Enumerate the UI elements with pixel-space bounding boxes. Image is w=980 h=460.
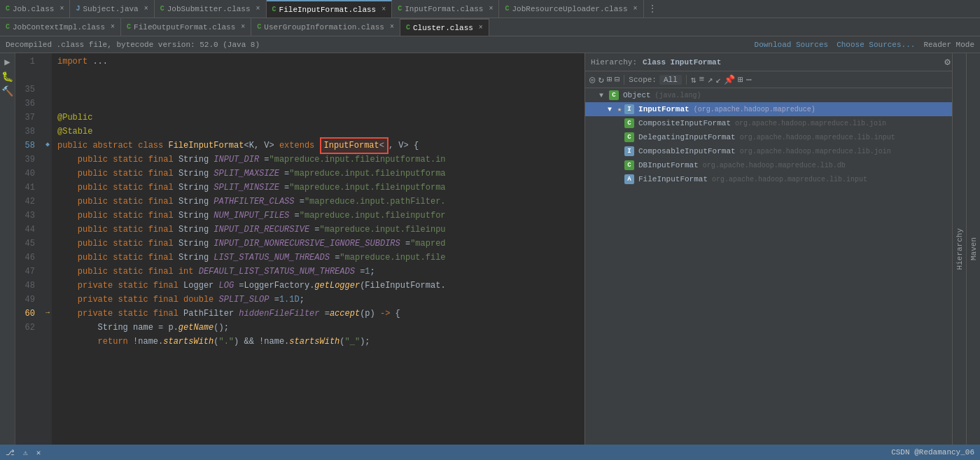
tree-node-label: FileInputFormat [638, 175, 708, 183]
tab-job-class[interactable]: C Job.class × [0, 0, 70, 18]
code-line: public static final String NUM_INPUT_FIL… [57, 209, 584, 223]
choose-sources-link[interactable]: Choose Sources... [836, 41, 915, 49]
tree-item-compositeinputformat[interactable]: C CompositeInputFormat org.apache.hadoop… [585, 116, 966, 130]
class-icon: C [272, 6, 276, 13]
collapse-icon[interactable]: ⊟ [615, 74, 620, 85]
close-icon[interactable]: × [479, 24, 483, 32]
tab-fileinputformat-class[interactable]: C FileInputFormat.class × [267, 0, 393, 18]
code-line: import ... [57, 55, 584, 69]
scope-value[interactable]: All [659, 75, 682, 85]
inputformat-highlight: InputFormat< [320, 137, 388, 154]
import-icon[interactable]: ↙ [715, 74, 721, 85]
tab-cluster-class[interactable]: C Cluster.class × [400, 18, 489, 36]
tab-label: UserGroupInformation.class [264, 23, 384, 32]
code-line: public static final String SPLIT_MINSIZE… [57, 181, 584, 195]
interface-badge: I [624, 104, 634, 114]
tree-node-pkg: org.apache.hadoop.mapreduce.lib.input [712, 176, 867, 183]
close-icon[interactable]: × [256, 5, 260, 13]
code-line: public static final String SPLIT_MAXSIZE… [57, 167, 584, 181]
tree-item-dbinputformat[interactable]: C DBInputFormat org.apache.hadoop.mapred… [585, 158, 966, 172]
settings-icon[interactable]: ⚙ [944, 56, 950, 68]
hierarchy-tree: ▼ C Object (java.lang) ▼ ★ I InputFormat… [585, 88, 966, 445]
watermark-text: CSDN @Redamancy_06 [891, 448, 974, 456]
sort-icon[interactable]: ⇅ [691, 74, 696, 85]
tree-item-inputformat[interactable]: ▼ ★ I InputFormat (org.apache.hadoop.map… [585, 102, 966, 116]
class-icon: C [505, 5, 509, 13]
hierarchy-toolbar: ◎ ↻ ⊞ ⊟ Scope: All ⇅ ≡ ↗ ↙ 📌 ⊞ ⋯ [585, 71, 966, 88]
line-numbers: 1 35 36 37 38 58 39 40 41 42 43 44 45 46… [15, 53, 43, 445]
close-icon[interactable]: × [59, 5, 64, 13]
code-line: public static final String INPUT_DIR_REC… [57, 223, 584, 237]
close-icon[interactable]: × [382, 6, 386, 13]
close-icon[interactable]: × [144, 5, 148, 13]
tree-node-pkg: org.apache.hadoop.mapreduce.lib.input [740, 134, 895, 141]
interface-badge: I [624, 146, 634, 156]
tab-label: InputFormat.class [405, 5, 483, 13]
close-icon[interactable]: × [634, 5, 638, 13]
build-icon[interactable]: 🔨 [1, 85, 13, 97]
dots-icon[interactable]: ⋯ [746, 74, 752, 85]
tab-jobsubmitter-class[interactable]: C JobSubmitter.class × [155, 0, 267, 18]
export-icon[interactable]: ↗ [707, 74, 713, 85]
close-icon[interactable]: × [111, 23, 115, 31]
toolbar-separator [624, 75, 624, 85]
code-line: public static final String PATHFILTER_CL… [57, 195, 584, 209]
tab-label: JobSubmitter.class [167, 5, 251, 13]
status-bar: ⎇ ⚠ ✕ CSDN @Redamancy_06 [0, 445, 980, 460]
tree-item-fileinputformat[interactable]: A FileInputFormat org.apache.hadoop.mapr… [585, 172, 966, 186]
tab-label: JobContextImpl.class [13, 23, 105, 32]
code-editor[interactable]: import ... @Public @Stable public abstra… [52, 53, 584, 445]
tree-node-pkg: org.apache.hadoop.mapreduce.lib.db [703, 162, 846, 169]
close-icon[interactable]: × [390, 23, 394, 31]
reader-mode-label[interactable]: Reader Mode [923, 41, 974, 49]
tab-label: Job.class [13, 5, 54, 13]
class-badge: C [624, 160, 634, 170]
tab-usergroupinfo-class[interactable]: C UserGroupInformation.class × [251, 18, 400, 36]
debug-icon[interactable]: 🐛 [1, 71, 13, 83]
hierarchy-side-tab[interactable]: Hierarchy [952, 53, 966, 445]
status-left: ⎇ ⚠ ✕ [6, 448, 41, 457]
tab-label: FileInputFormat.class [279, 6, 377, 14]
expand-icon[interactable]: ⊞ [607, 74, 612, 85]
git-icon[interactable]: ⎇ [6, 448, 15, 457]
tab-overflow-button[interactable]: ⋮ [644, 4, 661, 14]
filter-icon[interactable]: ≡ [699, 74, 705, 85]
close-icon[interactable]: × [241, 23, 245, 31]
class-icon: C [160, 5, 164, 13]
class-badge: C [624, 132, 634, 142]
tree-node-pkg: (org.apache.hadoop.mapreduce) [694, 106, 816, 113]
layout-icon[interactable]: ⊞ [738, 74, 743, 85]
collapse-arrow: ▼ [599, 92, 608, 99]
tree-node-label: DelegatingInputFormat [638, 133, 736, 141]
tree-item-object[interactable]: ▼ C Object (java.lang) [585, 88, 966, 102]
tab-subject-java[interactable]: J Subject.java × [70, 0, 154, 18]
class-icon: C [257, 23, 261, 31]
code-line [57, 97, 584, 111]
tab-fileoutputformat-class[interactable]: C FileOutputFormat.class × [121, 18, 251, 36]
refresh-icon[interactable]: ↻ [598, 74, 603, 85]
collapse-arrow: ▼ [608, 106, 616, 113]
download-sources-link[interactable]: Download Sources [755, 41, 829, 49]
error-icon[interactable]: ✕ [36, 448, 41, 457]
tree-item-delegatinginputformat[interactable]: C DelegatingInputFormat org.apache.hadoo… [585, 130, 966, 144]
tab-inputformat-class[interactable]: C InputFormat.class × [392, 0, 499, 18]
warning-icon[interactable]: ⚠ [23, 448, 28, 457]
locate-icon[interactable]: ◎ [589, 74, 595, 85]
pin-icon[interactable]: 📌 [724, 74, 735, 85]
code-line: private static final Logger LOG = Logger… [57, 279, 584, 293]
tab-jobcontextimpl-class[interactable]: C JobContextImpl.class × [0, 18, 121, 36]
tree-node-label: DBInputFormat [638, 161, 699, 169]
tree-node-label: CompositeInputFormat [638, 119, 731, 127]
toolbar-separator2 [686, 75, 687, 85]
code-line [57, 69, 584, 83]
maven-tab[interactable]: Maven [966, 53, 980, 445]
abstract-badge: A [624, 174, 634, 184]
tree-node-pkg: org.apache.hadoop.mapreduce.lib.join [740, 148, 891, 155]
tree-item-composableinputformat[interactable]: I ComposableInputFormat org.apache.hadoo… [585, 144, 966, 158]
run-icon[interactable]: ▶ [4, 56, 10, 68]
class-icon: C [127, 23, 131, 31]
tab-jobresourceuploader-class[interactable]: C JobResourceUploader.class × [499, 0, 643, 18]
code-line: public static final String INPUT_DIR_NON… [57, 237, 584, 251]
close-icon[interactable]: × [489, 5, 493, 13]
star-icon: ★ [617, 105, 622, 113]
